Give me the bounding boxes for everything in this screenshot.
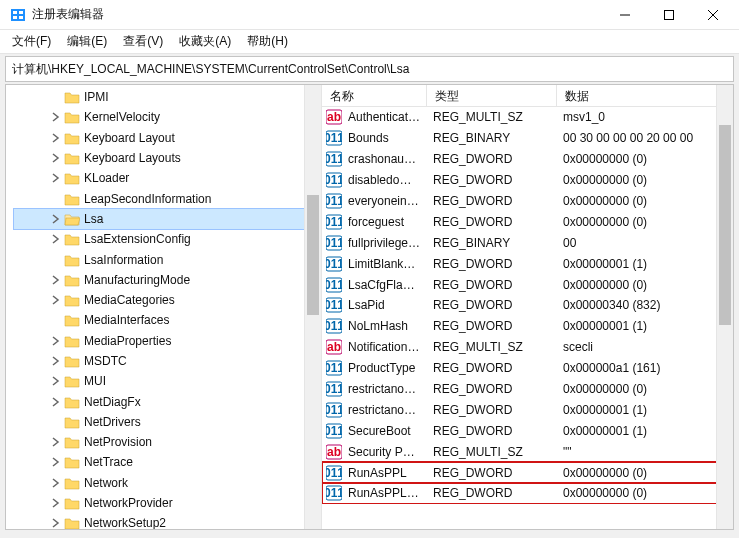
expander-icon[interactable] [50,294,62,306]
list-row[interactable]: disabledomain...REG_DWORD0x00000000 (0) [322,170,733,191]
tree-item[interactable]: NetProvision [14,432,321,452]
list-row[interactable]: LimitBlankPass...REG_DWORD0x00000001 (1) [322,253,733,274]
folder-icon [64,192,80,206]
value-data: "" [557,445,733,459]
tree-item[interactable]: LeapSecondInformation [14,188,321,208]
expander-icon[interactable] [50,233,62,245]
folder-icon [64,374,80,388]
tree-item[interactable]: LsaExtensionConfig [14,229,321,249]
list-row[interactable]: fullprivilegeau...REG_BINARY00 [322,232,733,253]
value-type: REG_BINARY [427,131,557,145]
tree-item[interactable]: ManufacturingMode [14,270,321,290]
tree-item[interactable]: IPMI [14,87,321,107]
tree-item-label: Network [84,476,128,490]
list-row[interactable]: Notification Pa...REG_MULTI_SZscecli [322,337,733,358]
regedit-icon [10,7,26,23]
address-bar[interactable]: 计算机\HKEY_LOCAL_MACHINE\SYSTEM\CurrentCon… [5,56,734,82]
expander-icon[interactable] [50,132,62,144]
list-row[interactable]: RunAsPPLREG_DWORD0x00000000 (0) [322,462,733,483]
list-row[interactable]: NoLmHashREG_DWORD0x00000001 (1) [322,316,733,337]
value-name: Notification Pa... [342,340,427,354]
minimize-button[interactable] [603,0,647,30]
tree-item[interactable]: MUI [14,371,321,391]
svg-rect-0 [11,9,25,21]
list-scrollbar[interactable] [716,85,733,529]
tree-item[interactable]: NetDrivers [14,412,321,432]
expander-icon[interactable] [50,477,62,489]
tree-item[interactable]: Lsa [14,209,321,229]
value-name: restrictanonym... [342,403,427,417]
list-row[interactable]: RunAsPPLBootREG_DWORD0x00000000 (0) [322,483,733,504]
tree-item[interactable]: MediaCategories [14,290,321,310]
list-row[interactable]: restrictanonym...REG_DWORD0x00000001 (1) [322,399,733,420]
close-button[interactable] [691,0,735,30]
list-row[interactable]: crashonauditfailREG_DWORD0x00000000 (0) [322,149,733,170]
list-row[interactable]: Security Packa...REG_MULTI_SZ"" [322,441,733,462]
expander-icon[interactable] [50,355,62,367]
svg-rect-3 [13,16,17,19]
expander-icon[interactable] [50,152,62,164]
column-header-name[interactable]: 名称 [322,85,427,106]
expander-icon[interactable] [50,375,62,387]
list-pane[interactable]: 名称 类型 数据 Authentication ...REG_MULTI_SZm… [322,85,733,529]
value-name: fullprivilegeau... [342,236,427,250]
list-row[interactable]: everyoneinclud...REG_DWORD0x00000000 (0) [322,191,733,212]
expander-icon[interactable] [50,111,62,123]
expander-icon[interactable] [50,436,62,448]
value-type: REG_MULTI_SZ [427,445,557,459]
tree-item[interactable]: Network [14,473,321,493]
tree-item[interactable]: Keyboard Layout [14,128,321,148]
tree-item[interactable]: NetTrace [14,452,321,472]
list-row[interactable]: BoundsREG_BINARY00 30 00 00 00 20 00 00 [322,128,733,149]
tree-scrollbar[interactable] [304,85,321,529]
tree-item-label: KLoader [84,171,129,185]
expander-icon[interactable] [50,396,62,408]
tree-item[interactable]: MSDTC [14,351,321,371]
tree-item[interactable]: LsaInformation [14,249,321,269]
binary-value-icon [326,235,342,251]
value-type: REG_DWORD [427,382,557,396]
menu-help[interactable]: 帮助(H) [239,30,296,53]
expander-icon[interactable] [50,335,62,347]
tree-item-label: LsaInformation [84,253,163,267]
expander-icon[interactable] [50,274,62,286]
menu-edit[interactable]: 编辑(E) [59,30,115,53]
tree-item[interactable]: Keyboard Layouts [14,148,321,168]
svg-rect-1 [13,11,17,14]
list-row[interactable]: LsaPidREG_DWORD0x00000340 (832) [322,295,733,316]
tree-item[interactable]: KernelVelocity [14,107,321,127]
value-data: 0x00000000 (0) [557,173,733,187]
svg-rect-4 [19,16,23,19]
expander-icon[interactable] [50,497,62,509]
tree-item[interactable]: KLoader [14,168,321,188]
tree-item[interactable]: MediaInterfaces [14,310,321,330]
tree-item[interactable]: NetDiagFx [14,391,321,411]
tree-item[interactable]: MediaProperties [14,331,321,351]
expander-icon[interactable] [50,172,62,184]
value-name: LimitBlankPass... [342,257,427,271]
list-row[interactable]: SecureBootREG_DWORD0x00000001 (1) [322,420,733,441]
column-header-type[interactable]: 类型 [427,85,557,106]
menu-file[interactable]: 文件(F) [4,30,59,53]
tree-item-label: MediaProperties [84,334,171,348]
expander-icon[interactable] [50,517,62,529]
tree-item[interactable]: NetworkProvider [14,493,321,513]
value-data: 0x00000001 (1) [557,319,733,333]
expander-icon[interactable] [50,456,62,468]
binary-value-icon [326,485,342,501]
tree-pane[interactable]: IPMIKernelVelocityKeyboard LayoutKeyboar… [6,85,322,529]
list-row[interactable]: forceguestREG_DWORD0x00000000 (0) [322,211,733,232]
list-row[interactable]: ProductTypeREG_DWORD0x000000a1 (161) [322,358,733,379]
value-type: REG_MULTI_SZ [427,110,557,124]
expander-icon[interactable] [50,213,62,225]
maximize-button[interactable] [647,0,691,30]
list-row[interactable]: LsaCfgFlagsDe...REG_DWORD0x00000000 (0) [322,274,733,295]
tree-item[interactable]: NetworkSetup2 [14,513,321,529]
menu-view[interactable]: 查看(V) [115,30,171,53]
binary-value-icon [326,214,342,230]
tree-item-label: MUI [84,374,106,388]
list-row[interactable]: Authentication ...REG_MULTI_SZmsv1_0 [322,107,733,128]
menu-favorites[interactable]: 收藏夹(A) [171,30,239,53]
list-row[interactable]: restrictanonym...REG_DWORD0x00000000 (0) [322,379,733,400]
column-header-data[interactable]: 数据 [557,85,733,106]
